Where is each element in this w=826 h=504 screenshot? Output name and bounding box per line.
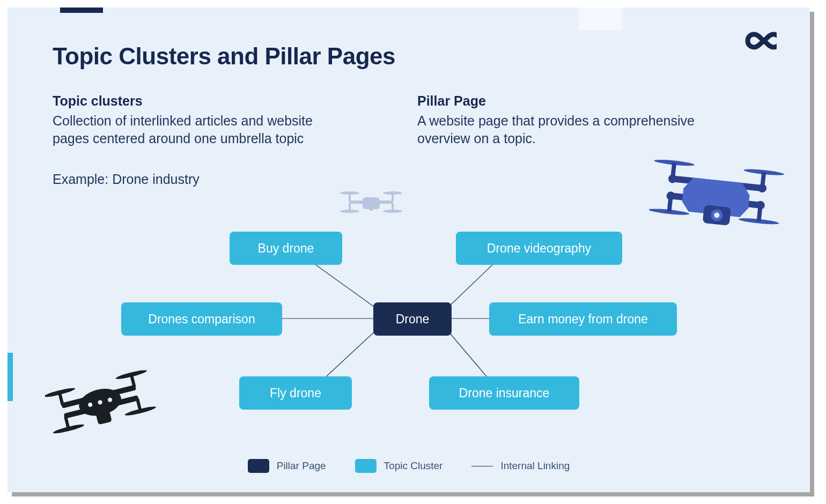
slide-title: Topic Clusters and Pillar Pages <box>53 43 395 70</box>
decorative-square <box>578 8 622 30</box>
legend-item-cluster: Topic Cluster <box>355 459 443 473</box>
cluster-node-drone-videography: Drone videography <box>456 232 622 265</box>
legend: Pillar Page Topic Cluster Internal Linki… <box>8 459 810 473</box>
svg-point-16 <box>368 205 374 211</box>
drone-icon-blue <box>646 153 785 252</box>
accent-bar-left <box>8 353 13 401</box>
legend-label-cluster: Topic Cluster <box>384 460 443 472</box>
cluster-node-buy-drone: Buy drone <box>230 232 342 265</box>
cluster-node-fly-drone: Fly drone <box>239 376 352 410</box>
right-column: Pillar Page A website page that provides… <box>417 93 718 147</box>
svg-rect-13 <box>392 203 394 211</box>
legend-label-pillar: Pillar Page <box>277 460 326 472</box>
topic-clusters-heading: Topic clusters <box>53 93 353 109</box>
legend-label-link: Internal Linking <box>500 460 570 472</box>
infinity-logo-icon <box>738 30 777 54</box>
example-label: Example: Drone industry <box>53 172 200 187</box>
drone-icon-small <box>339 184 403 229</box>
legend-swatch-pillar <box>248 459 269 473</box>
pillar-page-heading: Pillar Page <box>417 93 718 109</box>
accent-bar-top <box>60 8 103 13</box>
left-column: Topic clusters Collection of interlinked… <box>53 93 353 147</box>
legend-item-link: Internal Linking <box>471 460 570 472</box>
slide: Topic Clusters and Pillar Pages Topic cl… <box>8 8 810 492</box>
drone-icon-dark <box>45 370 158 447</box>
cluster-node-drones-comparison: Drones comparison <box>121 302 282 336</box>
legend-swatch-line <box>471 466 493 466</box>
svg-rect-12 <box>349 203 351 211</box>
cluster-node-drone-insurance: Drone insurance <box>429 376 579 410</box>
svg-rect-11 <box>392 193 394 202</box>
legend-item-pillar: Pillar Page <box>248 459 326 473</box>
legend-swatch-cluster <box>355 459 377 473</box>
topic-clusters-body: Collection of interlinked articles and w… <box>53 112 353 147</box>
pillar-node-drone: Drone <box>373 302 452 336</box>
svg-rect-10 <box>349 193 351 202</box>
cluster-node-earn-money: Earn money from drone <box>489 302 677 336</box>
pillar-page-body: A website page that provides a comprehen… <box>417 112 718 147</box>
